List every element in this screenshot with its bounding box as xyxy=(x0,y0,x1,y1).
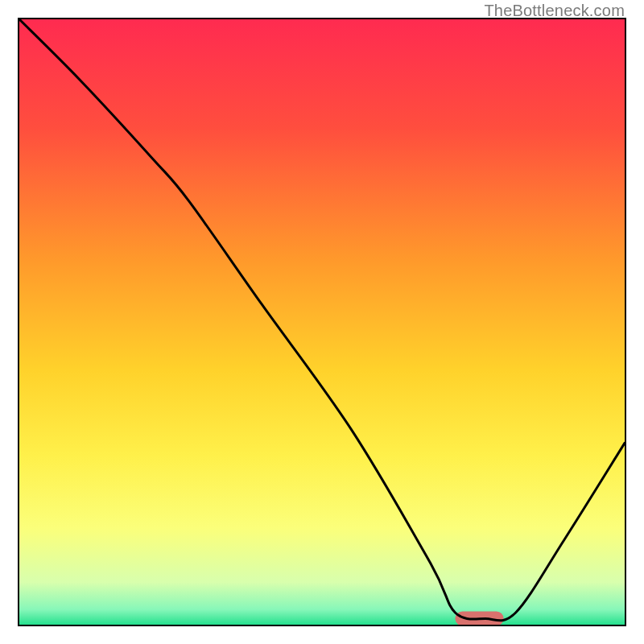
chart-frame xyxy=(18,18,626,626)
bottleneck-chart xyxy=(19,19,625,625)
svg-rect-0 xyxy=(19,19,625,625)
